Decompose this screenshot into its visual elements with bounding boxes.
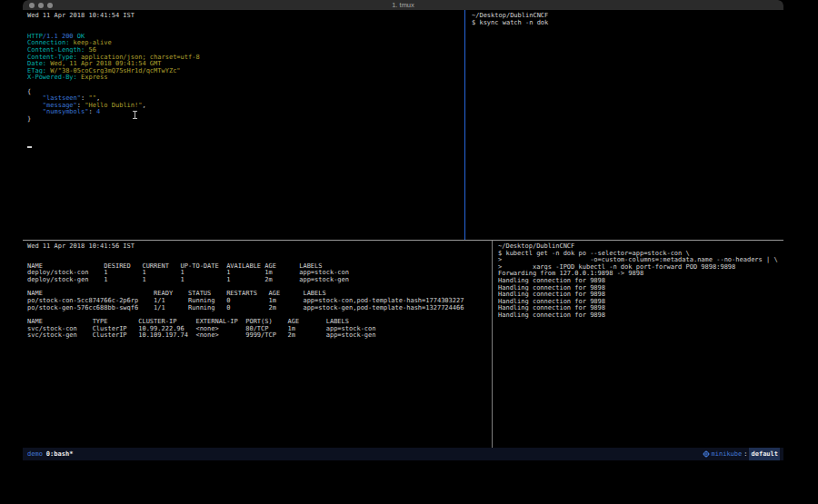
kubernetes-wheel-icon [703,450,710,458]
text-cursor-pointer [132,111,138,119]
minimize-button[interactable] [38,3,44,8]
port-forward-output: ~/Desktop/DublinCNCF $ kubectl get -n do… [498,243,783,320]
traffic-light-buttons [29,3,53,8]
close-button[interactable] [29,3,35,8]
pods-table: NAME READY STATUS RESTARTS AGE LABELS po… [27,291,496,311]
pane-kubectl-get[interactable]: Wed 11 Apr 2018 10:41:56 IST NAME DESIRE… [23,241,496,450]
terminal-window: 1. tmux Wed 11 Apr 2018 10:41:54 IST HTT… [23,0,783,460]
kube-namespace: default [749,448,780,460]
http-response-output: Wed 11 Apr 2018 10:41:54 IST HTTP/1.1 20… [27,13,469,151]
status-left: demo0:bash* [27,448,73,460]
context-separator: : [743,448,747,460]
deployments-table: NAME DESIRED CURRENT UP-TO-DATE AVAILABL… [27,263,496,284]
pane-port-forward[interactable]: ~/Desktop/DublinCNCF $ kubectl get -n do… [493,241,783,450]
tmux-status-bar: demo0:bash* minikube:default [23,448,783,460]
services-table: NAME TYPE CLUSTER-IP EXTERNAL-IP PORT(S)… [27,319,496,340]
status-right: minikube:default [703,448,780,460]
shell-cursor [27,146,32,148]
window-titlebar[interactable]: 1. tmux [23,0,783,10]
pane-ksync[interactable]: ~/Desktop/DublinCNCF $ ksync watch -n do… [465,10,783,242]
ksync-command-output: ~/Desktop/DublinCNCF $ ksync watch -n do… [472,13,783,26]
kubectl-timestamp: Wed 11 Apr 2018 10:41:56 IST [27,243,496,251]
session-name: demo [27,450,43,458]
window-item-bash[interactable]: 0:bash* [46,450,74,458]
pane-http-response[interactable]: Wed 11 Apr 2018 10:41:54 IST HTTP/1.1 20… [23,10,469,242]
window-title: 1. tmux [23,0,783,10]
kube-context: minikube [712,448,743,460]
tmux-session-area: Wed 11 Apr 2018 10:41:54 IST HTTP/1.1 20… [23,10,783,448]
zoom-button[interactable] [47,3,53,8]
